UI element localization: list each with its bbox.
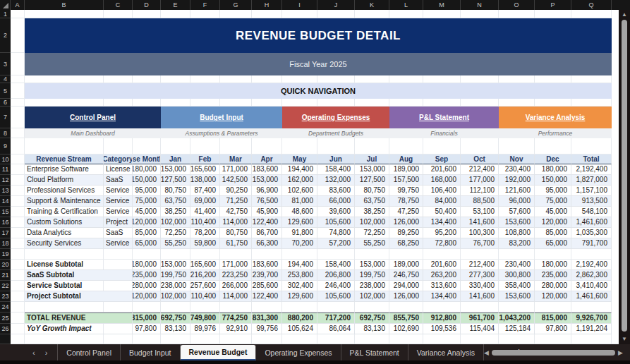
table-header-base-monthly[interactable]: Base Monthly	[133, 154, 161, 164]
cell[interactable]	[423, 75, 461, 83]
cell[interactable]	[220, 249, 252, 260]
cell[interactable]	[11, 186, 25, 196]
cell[interactable]	[252, 99, 282, 107]
cell[interactable]	[11, 291, 25, 302]
column-header-M[interactable]: M	[423, 0, 461, 10]
table-header-category[interactable]: Category	[104, 154, 133, 164]
cell[interactable]	[11, 138, 25, 154]
value-cell[interactable]: 80,750	[355, 186, 389, 196]
column-header-J[interactable]: J	[317, 0, 355, 10]
value-cell[interactable]: 71,250	[220, 196, 252, 207]
yoy-growth-cell[interactable]: 102,690	[389, 324, 423, 334]
table-header-revenue-stream[interactable]: Revenue Stream	[25, 154, 104, 164]
cell[interactable]	[499, 138, 535, 154]
cell[interactable]	[282, 75, 317, 83]
yoy-growth-cell[interactable]: 1,191,204	[571, 324, 612, 334]
value-cell[interactable]: 65,000	[133, 238, 161, 249]
value-cell[interactable]: 239,700	[252, 270, 282, 281]
column-header-H[interactable]: H	[252, 0, 282, 10]
row-header-17[interactable]: 17	[0, 228, 11, 238]
row-header-20[interactable]: 20	[0, 260, 11, 270]
cell[interactable]	[317, 99, 355, 107]
value-cell[interactable]: 83,600	[317, 186, 355, 196]
category-cell[interactable]: Service	[104, 186, 133, 196]
yoy-growth-cell[interactable]: 83,130	[355, 324, 389, 334]
cell[interactable]	[389, 249, 423, 260]
value-cell[interactable]: 206,800	[317, 270, 355, 281]
value-cell[interactable]: 66,000	[317, 196, 355, 207]
value-cell[interactable]: 48,600	[282, 207, 317, 217]
cell[interactable]	[11, 53, 25, 75]
cell[interactable]	[499, 75, 535, 83]
cell[interactable]	[11, 217, 25, 228]
value-cell[interactable]: 300,800	[499, 270, 535, 281]
value-cell[interactable]: 171,000	[220, 164, 252, 175]
value-cell[interactable]: 177,000	[461, 175, 499, 186]
row-header-3[interactable]: 3	[0, 53, 11, 75]
value-cell[interactable]: 76,700	[461, 238, 499, 249]
yoy-growth-cell[interactable]: 125,184	[499, 324, 535, 334]
value-cell[interactable]: 150,000	[133, 175, 161, 186]
value-cell[interactable]: 42,750	[220, 207, 252, 217]
value-cell[interactable]: 55,250	[355, 238, 389, 249]
revenue-stream-cell[interactable]: Data Analytics	[25, 228, 104, 238]
cell[interactable]	[355, 99, 389, 107]
cell[interactable]	[282, 10, 317, 18]
table-header-sep[interactable]: Sep	[423, 154, 461, 164]
cell[interactable]	[11, 228, 25, 238]
value-cell[interactable]: 1,827,000	[571, 175, 612, 186]
table-header-apr[interactable]: Apr	[252, 154, 282, 164]
value-cell[interactable]: 1,461,600	[571, 217, 612, 228]
cell[interactable]	[104, 99, 133, 107]
horizontal-scrollbar[interactable]: ◀ ▶	[481, 344, 626, 360]
column-header-G[interactable]: G	[220, 0, 252, 10]
value-cell[interactable]: 253,800	[282, 270, 317, 281]
category-cell[interactable]: License	[104, 164, 133, 175]
cell[interactable]	[461, 75, 499, 83]
value-cell[interactable]: 238,000	[355, 281, 389, 291]
cell[interactable]	[252, 334, 282, 344]
scroll-up-icon[interactable]: ▲	[619, 10, 630, 18]
select-all-corner[interactable]	[0, 0, 11, 10]
cell[interactable]	[535, 75, 571, 83]
row-header-9[interactable]: 9	[0, 138, 11, 154]
value-cell[interactable]: 280,000	[133, 281, 161, 291]
value-cell[interactable]: 246,400	[317, 281, 355, 291]
cell[interactable]	[190, 249, 220, 260]
cell[interactable]	[11, 83, 25, 99]
value-cell[interactable]: 66,300	[252, 238, 282, 249]
value-cell[interactable]: 95,000	[535, 186, 571, 196]
cell[interactable]	[25, 75, 104, 83]
value-cell[interactable]: 90,250	[220, 186, 252, 196]
value-cell[interactable]: 122,400	[252, 291, 282, 302]
yoy-growth-cell[interactable]: 89,976	[190, 324, 220, 334]
category-cell[interactable]: Service	[104, 207, 133, 217]
cell[interactable]	[535, 10, 571, 18]
cell[interactable]	[423, 249, 461, 260]
value-cell[interactable]: 3,410,400	[571, 281, 612, 291]
value-cell[interactable]: 75,000	[535, 196, 571, 207]
value-cell[interactable]: 72,250	[161, 228, 190, 238]
value-cell[interactable]: 548,100	[571, 207, 612, 217]
total-revenue-cell[interactable]: 880,200	[282, 313, 317, 324]
value-cell[interactable]: 78,200	[190, 228, 220, 238]
value-cell[interactable]: 65,000	[535, 238, 571, 249]
value-cell[interactable]: 294,000	[389, 281, 423, 291]
value-cell[interactable]: 122,400	[252, 217, 282, 228]
tab-budget-input[interactable]: Budget Input	[121, 344, 181, 360]
value-cell[interactable]: 129,600	[282, 217, 317, 228]
value-cell[interactable]: 263,200	[423, 270, 461, 281]
revenue-stream-cell[interactable]: Custom Solutions	[25, 217, 104, 228]
subtotal-label[interactable]: License Subtotal	[25, 260, 133, 270]
value-cell[interactable]: 114,000	[220, 291, 252, 302]
value-cell[interactable]: 76,500	[252, 196, 282, 207]
prev-sheet-icon[interactable]: ‹	[32, 348, 35, 357]
cell[interactable]	[25, 99, 104, 107]
value-cell[interactable]: 153,000	[355, 260, 389, 270]
cell[interactable]	[461, 302, 499, 313]
cell[interactable]	[11, 196, 25, 207]
cell[interactable]	[11, 175, 25, 186]
cell[interactable]	[25, 249, 104, 260]
cell[interactable]	[11, 107, 25, 128]
value-cell[interactable]: 59,800	[190, 238, 220, 249]
